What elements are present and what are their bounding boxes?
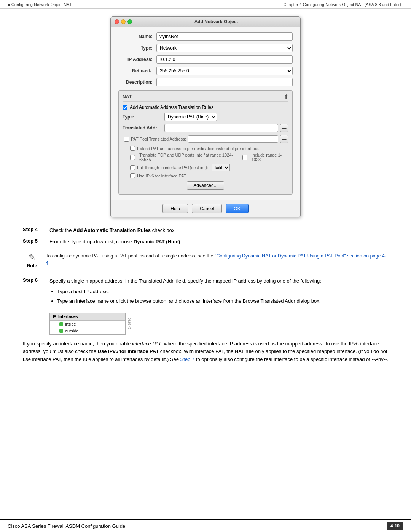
extend-pat-checkbox[interactable] (130, 146, 135, 151)
nat-type-label: Type: (123, 114, 164, 120)
note-box: ✎ Note To configure dynamic PAT using a … (23, 249, 388, 272)
advanced-button[interactable]: Advanced... (187, 181, 224, 190)
cancel-button[interactable]: Cancel (192, 204, 222, 213)
step5-bold: Dynamic PAT (Hide) (134, 239, 180, 244)
fall-through-row: Fall through to interface PAT(dest intf)… (123, 164, 288, 171)
nat-section-header: NAT ⬆ (123, 94, 288, 102)
note-icon-col: ✎ Note (23, 252, 41, 268)
page-footer: Cisco ASA Series Firewall ASDM Configura… (0, 519, 411, 532)
fall-through-select[interactable]: failif (212, 164, 230, 171)
dialog-body: Name: Type: Network IP Address: N (111, 27, 300, 200)
step5-row: Step 5 From the Type drop-down list, cho… (23, 238, 388, 246)
translate-tcp-row: Translate TCP and UDP ports into flat ra… (123, 153, 288, 162)
bullet-list: Type a host IP address. Type an interfac… (57, 288, 388, 305)
pat-pool-input[interactable] (188, 135, 278, 143)
close-button-icon[interactable] (115, 19, 119, 24)
inside-icon (59, 322, 63, 326)
inside-label: inside (65, 322, 76, 326)
note-label: Note (27, 263, 37, 268)
include-range-label: Include range 1-1023 (252, 153, 288, 162)
help-button[interactable]: Help (162, 204, 188, 213)
nat-section-title: NAT (123, 94, 132, 99)
dialog-wrapper: Add Network Object Name: Type: Network (23, 16, 388, 217)
type-row: Type: Network (118, 44, 293, 52)
ok-button[interactable]: OK (226, 204, 248, 213)
pat-pool-row: PAT Pool Translated Address: — (123, 135, 288, 143)
bullet-item-1: Type a host IP address. (57, 288, 388, 296)
pat-pool-input-wrapper: — (188, 135, 288, 143)
add-network-object-dialog: Add Network Object Name: Type: Network (110, 16, 301, 217)
interface-box-wrapper: ⊟ Interfaces inside outside 248776 (49, 313, 388, 335)
outside-label: outside (65, 329, 78, 333)
ip-input[interactable] (156, 55, 293, 64)
step4-bold: Add Automatic Translation Rules (73, 227, 151, 233)
name-label: Name: (118, 34, 156, 39)
add-auto-checkbox-row: Add Automatic Address Translation Rules (123, 105, 288, 110)
interfaces-tree-icon: ⊟ (53, 314, 56, 319)
netmask-row: Netmask: 255.255.255.0 (118, 67, 293, 75)
interfaces-header: ⊟ Interfaces (50, 313, 125, 321)
description-row: Description: (118, 78, 293, 86)
name-input[interactable] (156, 32, 293, 41)
dialog-title: Add Network Object (136, 19, 296, 24)
translate-tcp-checkbox[interactable] (130, 155, 135, 160)
use-ipv6-checkbox[interactable] (130, 173, 135, 178)
interface-mini-dialog: ⊟ Interfaces inside outside (49, 313, 126, 335)
translate-tcp-label: Translate TCP and UDP ports into flat ra… (139, 153, 238, 162)
collapse-icon[interactable]: ⬆ (284, 94, 288, 100)
pat-pool-browse-button[interactable]: — (280, 135, 288, 143)
add-auto-checkbox[interactable] (123, 105, 127, 110)
page-number: 4-10 (387, 522, 403, 530)
header-chapter: Chapter 4 Configuring Network Object NAT… (284, 2, 404, 7)
header-breadcrumb: ■ Configuring Network Object NAT (8, 2, 72, 7)
translated-addr-label: Translated Addr: (123, 125, 164, 131)
nat-section: NAT ⬆ Add Automatic Address Translation … (118, 90, 293, 195)
note-pencil-icon: ✎ (29, 252, 35, 262)
minimize-button-icon[interactable] (121, 19, 126, 24)
step5-content: From the Type drop-down list, choose Dyn… (49, 238, 388, 246)
translated-addr-row: Translated Addr: — (123, 124, 288, 132)
ip-row: IP Address: (118, 55, 293, 64)
step7-link[interactable]: Step 7 (180, 356, 195, 362)
description-input[interactable] (156, 78, 293, 86)
step4-row: Step 4 Check the Add Automatic Translati… (23, 227, 388, 234)
interfaces-title: Interfaces (58, 314, 78, 319)
pat-pool-label: PAT Pool Translated Address: (131, 137, 186, 141)
step6-label: Step 6 (23, 277, 49, 308)
use-ipv6-row: Use IPv6 for Interface PAT (123, 173, 288, 178)
footer-title: Cisco ASA Series Firewall ASDM Configura… (8, 523, 125, 529)
translated-addr-input[interactable] (164, 124, 278, 132)
description-label: Description: (118, 80, 156, 85)
nat-type-select[interactable]: Dynamic PAT (Hide) (164, 113, 217, 121)
ip-label: IP Address: (118, 57, 156, 62)
step4-label: Step 4 (23, 227, 49, 234)
pat-pool-checkbox[interactable] (124, 137, 129, 142)
step5-label: Step 5 (23, 238, 49, 246)
name-row: Name: (118, 32, 293, 41)
step6-row: Step 6 Specify a single mapped address. … (23, 277, 388, 308)
extend-pat-label: Extend PAT uniqueness to per destination… (137, 146, 260, 151)
maximize-button-icon[interactable] (127, 19, 132, 24)
netmask-label: Netmask: (118, 68, 156, 73)
nat-type-row: Type: Dynamic PAT (Hide) (123, 113, 288, 121)
dialog-footer: Help Cancel OK (111, 200, 300, 217)
page-header: ■ Configuring Network Object NAT Chapter… (0, 0, 411, 9)
add-auto-label: Add Automatic Address Translation Rules (130, 105, 213, 110)
use-ipv6-label: Use IPv6 for Interface PAT (137, 174, 186, 178)
netmask-select[interactable]: 255.255.255.0 (156, 67, 293, 75)
inside-item: inside (50, 321, 125, 328)
content-area: Add Network Object Name: Type: Network (0, 9, 411, 394)
include-range-checkbox[interactable] (242, 155, 247, 160)
bullet-item-2: Type an interface name or click the brow… (57, 297, 388, 305)
traffic-lights (115, 19, 132, 24)
dialog-titlebar: Add Network Object (111, 17, 300, 27)
fall-through-checkbox[interactable] (130, 165, 135, 170)
fall-through-label: Fall through to interface PAT(dest intf)… (137, 165, 208, 170)
body-paragraph: If you specify an interface name, then y… (23, 340, 388, 364)
step4-content: Check the Add Automatic Translation Rule… (49, 227, 388, 234)
type-label: Type: (118, 45, 156, 51)
figure-number: 248776 (127, 318, 131, 329)
type-select[interactable]: Network (156, 44, 293, 52)
extend-pat-row: Extend PAT uniqueness to per destination… (123, 146, 288, 151)
translated-addr-browse-button[interactable]: — (280, 124, 288, 132)
